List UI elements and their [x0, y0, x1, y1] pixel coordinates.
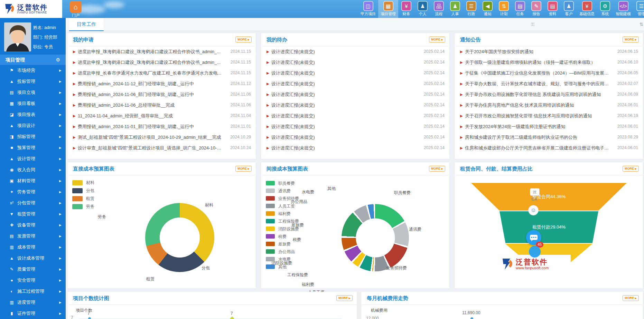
- item-text[interactable]: 设计进度汇报(未提交): [271, 121, 416, 132]
- list-item[interactable]: ▶ 设计进度汇报(未提交) 2025.02.14: [261, 143, 449, 153]
- list-item[interactable]: ▶ 设计进度汇报(未提交) 2025.02.14: [261, 78, 449, 89]
- top-nav-item[interactable]: ◫ 甲方项目: [358, 0, 378, 18]
- item-text[interactable]: 进度款申报_珠海鹤港口建设_珠海鹤港口建设工程合作协议书_admin_...: [78, 57, 223, 68]
- list-item[interactable]: ▶ 测试_彭祖新城"四馆"景观工程设计项目_2024-10-29_admin_结…: [67, 132, 256, 143]
- top-nav-item[interactable]: 品 流程: [431, 0, 447, 18]
- panel-title[interactable]: 我的申请: [73, 33, 94, 46]
- sidebar-menu-item[interactable]: ✦ 劳务管理 ▶: [0, 186, 66, 197]
- more-button[interactable]: MORE ▶: [429, 166, 445, 172]
- list-item[interactable]: ▶ 关于举办市政公用设施数字化管理信息 系统建设与应用培训班的通知 2024.0…: [455, 89, 643, 100]
- item-text[interactable]: 设计进度汇报(未提交): [271, 132, 416, 143]
- top-nav-item[interactable]: ♟ 人事: [447, 0, 463, 18]
- list-item[interactable]: ▶ 设计进度汇报(未提交) 2025.02.14: [261, 89, 449, 100]
- gear-icon[interactable]: ⚙: [56, 55, 60, 65]
- top-nav-item[interactable]: ¥ 财务: [398, 0, 414, 18]
- panel-title[interactable]: 直接成本预算图表: [73, 162, 114, 175]
- top-nav-item[interactable]: ♟ 个人: [414, 0, 431, 18]
- more-button[interactable]: MORE ▶: [623, 295, 639, 301]
- list-item[interactable]: ▶ 费用报销_admin_2024-11-06_总经理审批__完成 2024.1…: [67, 100, 256, 110]
- item-text[interactable]: 设计审查_彭祖新城"四馆"景观工程设计项目_请选择_胡广生_2024-10-2.…: [78, 143, 223, 153]
- effect-bubble-icon[interactable]: 效: [530, 188, 540, 196]
- sidebar-menu-item[interactable]: ▦ 项目看板 ▶: [0, 98, 66, 109]
- sidebar-menu-item[interactable]: ▲ 设计成本管理 ▶: [0, 253, 66, 264]
- more-button[interactable]: MORE ▶: [429, 37, 445, 42]
- top-nav-item[interactable]: ⚙ 系统: [597, 0, 613, 18]
- scroll-arrows-icon[interactable]: ⇅: [640, 22, 643, 27]
- list-item[interactable]: ▶ 关于召开市政公用设施智慧化管理 信息技术与应用培训班的通知 2024.06.…: [455, 110, 643, 121]
- item-text[interactable]: 设计进度汇报(未提交): [271, 89, 416, 100]
- item-text[interactable]: 费用报销_admin_2024-11-06_总经理审批__完成: [78, 100, 223, 110]
- donut-chart-indirect-cost[interactable]: [342, 204, 409, 271]
- top-nav-item[interactable]: ◀ 通知: [479, 0, 496, 18]
- item-text[interactable]: 测试_彭祖新城"四馆"景观工程设计项目_2024-10-29_admin_结束_…: [78, 132, 223, 143]
- item-text[interactable]: 费用报销_admin_2024-11-12_部门经理审批_胡建,_运行中: [78, 78, 223, 89]
- top-nav-item[interactable]: </> 智能建模: [613, 0, 633, 18]
- list-item[interactable]: ▶ 关于领取一级注册建造师增项贴的通知（须持一建证书前来领取） 2024.06.…: [455, 57, 643, 68]
- secondary-chat-button[interactable]: [529, 246, 541, 258]
- sidebar-menu-item[interactable]: ■ 预算管理 ▶: [0, 142, 66, 153]
- list-item[interactable]: ▶ 费用报销_admin_2024-11-06_部门经理审批_胡建,_运行中 2…: [67, 89, 256, 100]
- item-text[interactable]: 关于领取一级注册建造师增项贴的通知（须持一建证书前来领取）: [465, 57, 610, 68]
- item-text[interactable]: 设计进度汇报(未提交): [271, 68, 416, 78]
- item-text[interactable]: 设计进度汇报(未提交): [271, 110, 416, 121]
- sidebar-section-header[interactable]: 项目管理 ⚙: [0, 55, 66, 65]
- sidebar-menu-item[interactable]: ▥ 进度管理 ▶: [0, 297, 66, 308]
- list-item[interactable]: ▶ 设计进度汇报(未提交) 2025.02.14: [261, 57, 449, 68]
- list-item[interactable]: ▶ 设计进度汇报(未提交) 2025.02.14: [261, 132, 449, 143]
- key-icon[interactable]: ⚿: [531, 22, 534, 27]
- sidebar-menu-item[interactable]: ▲ 投标管理 ▶: [0, 76, 66, 87]
- item-text[interactable]: 关于举办住房与房地产信息化 技术及应用培训班的通知: [465, 100, 610, 110]
- nav-item-portal[interactable]: ⌂ 门户: [68, 1, 84, 18]
- top-nav-item[interactable]: ✎ 报告: [528, 0, 544, 18]
- more-button[interactable]: MORE ▶: [623, 166, 639, 172]
- more-button[interactable]: MORE ▶: [336, 295, 353, 301]
- sidebar-menu-item[interactable]: ◉ 收入合同 ▶: [0, 164, 66, 175]
- panel-title[interactable]: 我的待办: [267, 33, 287, 46]
- list-item[interactable]: ▶ 设计进度汇报(未提交) 2025.02.14: [261, 46, 449, 57]
- sidebar-menu-item[interactable]: ▲ 项目设计 ▶: [0, 120, 66, 131]
- data-point-marker[interactable]: [230, 316, 234, 319]
- data-point-marker[interactable]: [88, 317, 91, 319]
- top-nav-item[interactable]: ⇅ 计划: [496, 0, 512, 18]
- list-item[interactable]: ▶ 进度款申报_珠海鹤港口建设_珠海鹤港口建设工程合作协议书_admin_...…: [67, 46, 256, 57]
- more-button[interactable]: MORE ▶: [623, 37, 639, 42]
- item-text[interactable]: 关于举办大数据、云计算技术在城市建设、规划、管理与服务中的应用培训班...: [465, 78, 610, 89]
- list-item[interactable]: ▶ 关于发放2024年第24批一级建造师注册证书的通知 2024.06.01: [455, 121, 643, 132]
- list-item[interactable]: ▶ 设计进度汇报(未提交) 2025.02.14: [261, 100, 449, 110]
- list-item[interactable]: ▶ 费用报销_admin_2024-11-12_部门经理审批_胡建,_运行中 2…: [67, 78, 256, 89]
- sidebar-menu-item[interactable]: ◪ 项目报表 ▶: [0, 109, 66, 120]
- item-text[interactable]: 关于2024年国庆节放假安排的通知: [465, 46, 610, 57]
- more-button[interactable]: MORE ▶: [235, 166, 252, 172]
- sidebar-menu-item[interactable]: ✎ 质量管理 ▶: [0, 264, 66, 275]
- funnel-segment-payment[interactable]: 租赁付款29.04%: [500, 211, 598, 243]
- more-button[interactable]: MORE ▶: [235, 37, 252, 42]
- item-text[interactable]: 关于发放2024年第24批一级建造师注册证书的通知: [465, 121, 610, 132]
- donut-chart-direct-cost[interactable]: [145, 203, 214, 272]
- sidebar-menu-item[interactable]: ▤ 发票管理 ▶: [0, 231, 66, 242]
- item-text[interactable]: 设计进度汇报(未提交): [271, 57, 416, 68]
- sidebar-menu-item[interactable]: ⚑ 市场经营 ▶: [0, 65, 66, 76]
- top-nav-item[interactable]: ☰ 管理: [633, 0, 644, 18]
- item-text[interactable]: 设计进度汇报(未提交): [271, 78, 416, 89]
- sidebar-menu-item[interactable]: ▼ 租赁管理 ▶: [0, 209, 66, 220]
- list-item[interactable]: ▶ 11_2024-11-04_admin_经营部_领导审批__完成 2024.…: [67, 110, 256, 121]
- tab-daily-work[interactable]: 日常工作: [69, 18, 104, 31]
- sidebar-menu-item[interactable]: ▤ 项目立项 ▶: [0, 87, 66, 98]
- list-item[interactable]: ▶ 进度款申报_长春市伊通河水力发电厂改建工程_长春市伊通河水力发电... 20…: [67, 68, 256, 78]
- panel-title[interactable]: 通知公告: [460, 33, 481, 46]
- list-item[interactable]: ▶ 设计进度汇报(未提交) 2025.02.14: [261, 68, 449, 78]
- list-item[interactable]: ▶ 进度款申报_珠海鹤港口建设_珠海鹤港口建设工程合作协议书_admin_...…: [67, 57, 256, 68]
- list-item[interactable]: ▶ 于征集《中国建筑施工行业信息化发展报告（2024）—BIM应用与发展》材料.…: [455, 68, 643, 78]
- list-item[interactable]: ▶ 设计审查_彭祖新城"四馆"景观工程设计项目_请选择_胡广生_2024-10-…: [67, 143, 256, 153]
- list-item[interactable]: ▶ 关于举办住房与房地产信息化 技术及应用培训班的通知 2024.06.01: [455, 100, 643, 110]
- item-text[interactable]: 设计进度汇报(未提交): [271, 143, 416, 153]
- panel-title[interactable]: 项目个数统计图: [73, 292, 109, 305]
- item-text[interactable]: 11_2024-11-04_admin_经营部_领导审批__完成: [78, 110, 223, 121]
- list-item[interactable]: ▶ 设计进度汇报(未提交) 2025.02.14: [261, 110, 449, 121]
- item-text[interactable]: 于征集《中国建筑施工行业信息化发展报告（2024）—BIM应用与发展》材料...: [465, 68, 610, 78]
- ca-certificate-icon[interactable]: CA: [531, 197, 537, 202]
- sidebar-menu-item[interactable]: ◨ 招标管理 ▶: [0, 131, 66, 142]
- item-text[interactable]: 费用报销_admin_2024-11-01_部门经理审批_胡建,_运行中: [78, 121, 223, 132]
- panel-title[interactable]: 每月机械费用走势: [367, 292, 408, 305]
- item-text[interactable]: 设计进度汇报(未提交): [271, 46, 416, 57]
